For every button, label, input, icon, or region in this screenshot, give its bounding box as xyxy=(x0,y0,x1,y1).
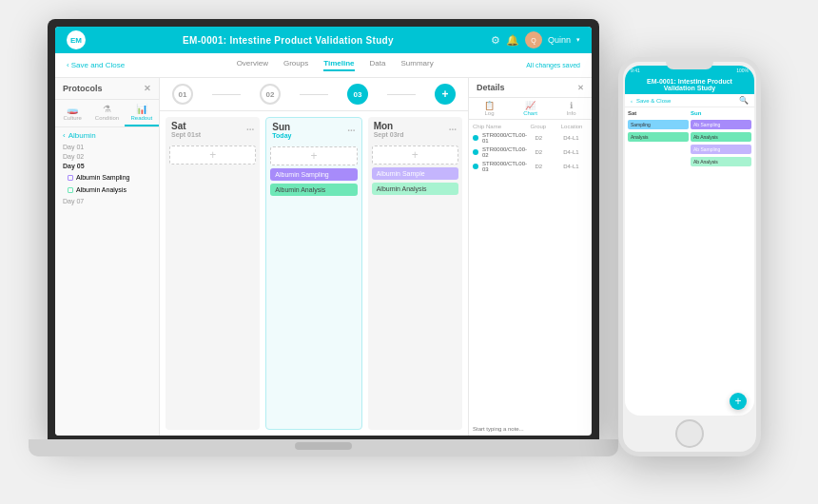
close-icon[interactable]: ✕ xyxy=(144,84,151,93)
laptop-screen: EM EM-0001: Intestine Product Validation… xyxy=(55,27,592,436)
header-icons: ⚙ 🔔 Q Quinn ▾ xyxy=(491,31,580,48)
phone-search-icon[interactable]: 🔍 xyxy=(739,96,749,105)
step-03[interactable]: 03 xyxy=(347,84,368,105)
app-title: EM-0001: Intestine Product Validation St… xyxy=(183,35,394,46)
phone-fab-button[interactable]: + xyxy=(730,393,747,410)
mon-task-analysis[interactable]: Albumin Analysis xyxy=(372,183,458,195)
details-tab-chart[interactable]: 📈 Chart xyxy=(510,98,551,119)
day-columns: Sat Sept 01st ··· + xyxy=(160,111,468,436)
laptop: EM EM-0001: Intestine Product Validation… xyxy=(29,19,618,456)
sidebar: Protocols ✕ 🧫 Culture ⚗ Condition xyxy=(55,78,160,436)
laptop-body xyxy=(29,439,618,456)
step-01[interactable]: 01 xyxy=(172,84,193,105)
sun-add-button[interactable]: + xyxy=(270,146,357,165)
sun-date: Today xyxy=(272,132,291,139)
sat-content: + xyxy=(166,142,260,430)
sidebar-tab-culture-label: Culture xyxy=(63,115,81,121)
sidebar-title: Protocols xyxy=(63,84,103,93)
sidebar-tab-readout[interactable]: 📊 Readout xyxy=(125,100,159,126)
sidebar-task-analysis: Albumin Analysis xyxy=(63,184,151,195)
note-area xyxy=(469,179,592,436)
step-01-label: 01 xyxy=(179,90,187,99)
tab-overview[interactable]: Overview xyxy=(237,59,268,71)
chip-id-3: STR0000/CTL00-03 xyxy=(482,161,532,172)
task-analysis-label: Albumin Analysis xyxy=(76,186,127,193)
back-button[interactable]: ‹ Save and Close xyxy=(67,61,125,69)
info-icon: ℹ xyxy=(570,101,573,110)
sidebar-tab-culture[interactable]: 🧫 Culture xyxy=(55,100,89,126)
bell-icon[interactable]: 🔔 xyxy=(506,34,519,47)
sun-task-analysis[interactable]: Albumin Analysis xyxy=(270,184,357,196)
sat-add-button[interactable]: + xyxy=(169,145,256,165)
chevron-left-icon: ‹ xyxy=(67,61,69,69)
sun-menu-icon[interactable]: ··· xyxy=(347,126,355,136)
sidebar-tab-readout-label: Readout xyxy=(130,115,152,121)
details-tabs: 📋 Log 📈 Chart ℹ Info xyxy=(469,98,592,120)
step-02[interactable]: 02 xyxy=(260,84,281,105)
phone-sun-task-2: Ab Analysis xyxy=(691,132,751,142)
tab-groups[interactable]: Groups xyxy=(283,59,308,71)
chip-table-header: Chip Name Group Location xyxy=(473,124,588,129)
phone-sub-nav: ‹ Save & Close 🔍 xyxy=(625,94,754,107)
mon-menu-icon[interactable]: ··· xyxy=(449,125,457,135)
nav-tabs: Overview Groups Timeline Data Summary xyxy=(144,59,526,71)
mon-add-button[interactable]: + xyxy=(372,145,458,165)
details-tab-log[interactable]: 📋 Log xyxy=(469,98,510,119)
day-col-sat: Sat Sept 01st ··· + xyxy=(166,117,260,430)
back-label: Save and Close xyxy=(71,61,125,69)
sidebar-section-title: ‹ Albumin xyxy=(63,131,151,140)
mon-task-sample[interactable]: Albumin Sample xyxy=(372,167,458,180)
chip-col-name: Chip Name xyxy=(473,124,527,129)
phone-back-label: Save & Close xyxy=(636,98,671,104)
sat-label: Sat xyxy=(171,121,201,131)
sidebar-day-07: Day 07 xyxy=(63,198,151,204)
app-logo: EM xyxy=(67,30,86,49)
phone-day-columns: Sat Sampling Analysis Sun Ab Sampling Ab… xyxy=(625,107,754,416)
phone-back-button[interactable]: ‹ xyxy=(631,98,633,104)
culture-icon: 🧫 xyxy=(67,104,78,114)
details-close-icon[interactable]: ✕ xyxy=(577,84,584,92)
sat-header: Sat Sept 01st ··· xyxy=(166,117,260,142)
chip-dot-3 xyxy=(473,164,478,169)
timeline-steps: 01 02 03 + xyxy=(160,78,468,111)
chip-row-3: STR0000/CTL00-03 D2 D4-L1 xyxy=(473,161,588,172)
sidebar-tab-condition-label: Condition xyxy=(95,115,119,121)
info-label: Info xyxy=(566,110,575,116)
chip-dot-1 xyxy=(473,135,478,141)
chart-label: Chart xyxy=(523,110,537,116)
phone-day-sun: Sun Ab Sampling Ab Analysis Ab Sampling … xyxy=(691,110,751,413)
settings-icon[interactable]: ⚙ xyxy=(491,34,500,47)
all-changes-saved: All changes saved xyxy=(526,62,580,68)
tab-data[interactable]: Data xyxy=(370,59,386,71)
sidebar-tab-condition[interactable]: ⚗ Condition xyxy=(89,100,124,126)
phone-sun-task-3: Ab Sampling xyxy=(691,145,751,154)
tab-summary[interactable]: Summary xyxy=(400,59,433,71)
sun-label: Sun xyxy=(272,122,291,132)
step-add[interactable]: + xyxy=(435,84,456,105)
phone-title: EM-0001: Intestine Product Validation St… xyxy=(647,78,732,91)
tab-timeline[interactable]: Timeline xyxy=(323,59,354,71)
sidebar-tabs: 🧫 Culture ⚗ Condition 📊 Readout xyxy=(55,100,159,127)
chip-group-2: D2 xyxy=(536,149,560,155)
note-input[interactable] xyxy=(473,426,588,432)
phone-content: Sat Sampling Analysis Sun Ab Sampling Ab… xyxy=(625,107,754,416)
right-panel: Details ✕ 📋 Log 📈 Chart xyxy=(468,78,592,436)
sun-task-sampling[interactable]: Albumin Sampling xyxy=(270,168,357,181)
task-dot-sampling xyxy=(68,175,73,181)
phone-sat-task-2: Analysis xyxy=(628,132,689,142)
phone-sun-task-1: Ab Sampling xyxy=(691,120,751,129)
details-tab-info[interactable]: ℹ Info xyxy=(551,98,592,119)
logo-text: EM xyxy=(70,36,82,45)
avatar: Q xyxy=(525,31,542,48)
app-header: EM EM-0001: Intestine Product Validation… xyxy=(55,27,592,53)
sat-menu-icon[interactable]: ··· xyxy=(246,125,254,135)
timeline-area: 01 02 03 + xyxy=(160,78,468,436)
phone-home-button[interactable] xyxy=(675,419,704,448)
details-header: Details ✕ xyxy=(469,78,592,98)
sidebar-task-sampling: Albumin Sampling xyxy=(63,172,151,183)
phone-notch xyxy=(666,62,713,69)
chip-id-1: STR0000/CTL00-01 xyxy=(482,132,532,144)
task-dot-analysis xyxy=(68,187,73,193)
chip-loc-2: D4-L1 xyxy=(563,149,588,155)
task-sampling-label: Albumin Sampling xyxy=(76,174,129,181)
